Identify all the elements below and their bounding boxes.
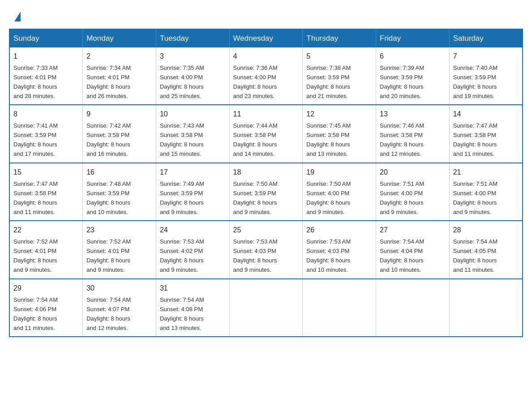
day-number: 15 bbox=[13, 167, 79, 178]
day-info: Sunrise: 7:53 AMSunset: 4:03 PMDaylight:… bbox=[233, 238, 278, 273]
day-info: Sunrise: 7:47 AMSunset: 3:58 PMDaylight:… bbox=[13, 180, 58, 215]
calendar-cell: 21Sunrise: 7:51 AMSunset: 4:00 PMDayligh… bbox=[449, 163, 523, 221]
calendar-cell: 4Sunrise: 7:36 AMSunset: 4:00 PMDaylight… bbox=[229, 47, 303, 105]
day-of-week-header: Wednesday bbox=[229, 29, 303, 47]
day-info: Sunrise: 7:44 AMSunset: 3:58 PMDaylight:… bbox=[233, 122, 278, 157]
day-info: Sunrise: 7:38 AMSunset: 3:59 PMDaylight:… bbox=[306, 64, 351, 99]
calendar-week-row: 8Sunrise: 7:41 AMSunset: 3:59 PMDaylight… bbox=[9, 105, 523, 163]
calendar-cell: 13Sunrise: 7:46 AMSunset: 3:58 PMDayligh… bbox=[376, 105, 450, 163]
day-number: 31 bbox=[160, 283, 226, 294]
day-info: Sunrise: 7:54 AMSunset: 4:07 PMDaylight:… bbox=[86, 296, 131, 331]
day-number: 8 bbox=[13, 109, 79, 120]
day-info: Sunrise: 7:43 AMSunset: 3:58 PMDaylight:… bbox=[160, 122, 204, 157]
day-number: 24 bbox=[160, 225, 226, 236]
calendar-cell: 5Sunrise: 7:38 AMSunset: 3:59 PMDaylight… bbox=[303, 47, 376, 105]
day-of-week-header: Monday bbox=[83, 29, 156, 47]
day-number: 18 bbox=[233, 167, 299, 178]
day-info: Sunrise: 7:48 AMSunset: 3:59 PMDaylight:… bbox=[86, 180, 131, 215]
day-number: 22 bbox=[13, 225, 79, 236]
day-number: 11 bbox=[233, 109, 299, 120]
calendar-cell bbox=[229, 279, 303, 337]
page-header bbox=[9, 9, 523, 21]
calendar-cell: 17Sunrise: 7:49 AMSunset: 3:59 PMDayligh… bbox=[156, 163, 229, 221]
day-number: 29 bbox=[13, 283, 79, 294]
day-number: 13 bbox=[380, 109, 446, 120]
day-number: 4 bbox=[233, 51, 299, 62]
calendar-cell bbox=[303, 279, 376, 337]
calendar-cell: 18Sunrise: 7:50 AMSunset: 3:59 PMDayligh… bbox=[229, 163, 303, 221]
calendar-table: SundayMondayTuesdayWednesdayThursdayFrid… bbox=[9, 29, 523, 337]
day-info: Sunrise: 7:54 AMSunset: 4:05 PMDaylight:… bbox=[453, 238, 498, 273]
day-number: 10 bbox=[160, 109, 226, 120]
day-number: 23 bbox=[86, 225, 152, 236]
day-number: 25 bbox=[233, 225, 299, 236]
day-number: 12 bbox=[306, 109, 372, 120]
calendar-cell: 11Sunrise: 7:44 AMSunset: 3:58 PMDayligh… bbox=[229, 105, 303, 163]
day-info: Sunrise: 7:34 AMSunset: 4:01 PMDaylight:… bbox=[86, 64, 131, 99]
day-info: Sunrise: 7:47 AMSunset: 3:58 PMDaylight:… bbox=[453, 122, 498, 157]
calendar-cell: 25Sunrise: 7:53 AMSunset: 4:03 PMDayligh… bbox=[229, 221, 303, 278]
logo bbox=[13, 13, 21, 21]
day-number: 2 bbox=[86, 51, 152, 62]
day-info: Sunrise: 7:49 AMSunset: 3:59 PMDaylight:… bbox=[160, 180, 204, 215]
calendar-cell bbox=[449, 279, 523, 337]
calendar-cell: 29Sunrise: 7:54 AMSunset: 4:06 PMDayligh… bbox=[9, 279, 83, 337]
calendar-cell: 10Sunrise: 7:43 AMSunset: 3:58 PMDayligh… bbox=[156, 105, 229, 163]
day-number: 26 bbox=[306, 225, 372, 236]
day-info: Sunrise: 7:51 AMSunset: 4:00 PMDaylight:… bbox=[453, 180, 498, 215]
day-info: Sunrise: 7:39 AMSunset: 3:59 PMDaylight:… bbox=[380, 64, 424, 99]
day-number: 28 bbox=[453, 225, 519, 236]
calendar-week-row: 29Sunrise: 7:54 AMSunset: 4:06 PMDayligh… bbox=[9, 279, 523, 337]
calendar-cell: 23Sunrise: 7:52 AMSunset: 4:01 PMDayligh… bbox=[83, 221, 156, 278]
day-info: Sunrise: 7:33 AMSunset: 4:01 PMDaylight:… bbox=[13, 64, 58, 99]
calendar-cell: 16Sunrise: 7:48 AMSunset: 3:59 PMDayligh… bbox=[83, 163, 156, 221]
calendar-week-row: 1Sunrise: 7:33 AMSunset: 4:01 PMDaylight… bbox=[9, 47, 523, 105]
day-of-week-header: Sunday bbox=[9, 29, 83, 47]
day-of-week-header: Saturday bbox=[449, 29, 523, 47]
day-info: Sunrise: 7:45 AMSunset: 3:58 PMDaylight:… bbox=[306, 122, 351, 157]
day-number: 20 bbox=[380, 167, 446, 178]
calendar-cell: 9Sunrise: 7:42 AMSunset: 3:58 PMDaylight… bbox=[83, 105, 156, 163]
day-number: 16 bbox=[86, 167, 152, 178]
day-number: 30 bbox=[86, 283, 152, 294]
day-number: 6 bbox=[380, 51, 446, 62]
day-info: Sunrise: 7:54 AMSunset: 4:06 PMDaylight:… bbox=[13, 296, 58, 331]
day-number: 21 bbox=[453, 167, 519, 178]
day-info: Sunrise: 7:54 AMSunset: 4:04 PMDaylight:… bbox=[380, 238, 424, 273]
day-info: Sunrise: 7:50 AMSunset: 3:59 PMDaylight:… bbox=[233, 180, 278, 215]
calendar-cell: 20Sunrise: 7:51 AMSunset: 4:00 PMDayligh… bbox=[376, 163, 450, 221]
day-number: 9 bbox=[86, 109, 152, 120]
calendar-cell: 6Sunrise: 7:39 AMSunset: 3:59 PMDaylight… bbox=[376, 47, 450, 105]
day-number: 7 bbox=[453, 51, 519, 62]
calendar-cell: 19Sunrise: 7:50 AMSunset: 4:00 PMDayligh… bbox=[303, 163, 376, 221]
day-info: Sunrise: 7:36 AMSunset: 4:00 PMDaylight:… bbox=[233, 64, 278, 99]
calendar-cell: 24Sunrise: 7:53 AMSunset: 4:02 PMDayligh… bbox=[156, 221, 229, 278]
day-number: 5 bbox=[306, 51, 372, 62]
calendar-cell: 26Sunrise: 7:53 AMSunset: 4:03 PMDayligh… bbox=[303, 221, 376, 278]
day-info: Sunrise: 7:42 AMSunset: 3:58 PMDaylight:… bbox=[86, 122, 131, 157]
day-info: Sunrise: 7:40 AMSunset: 3:59 PMDaylight:… bbox=[453, 64, 498, 99]
day-info: Sunrise: 7:41 AMSunset: 3:59 PMDaylight:… bbox=[13, 122, 58, 157]
day-info: Sunrise: 7:35 AMSunset: 4:00 PMDaylight:… bbox=[160, 64, 204, 99]
calendar-week-row: 22Sunrise: 7:52 AMSunset: 4:01 PMDayligh… bbox=[9, 221, 523, 278]
day-number: 1 bbox=[13, 51, 79, 62]
calendar-cell: 1Sunrise: 7:33 AMSunset: 4:01 PMDaylight… bbox=[9, 47, 83, 105]
calendar-cell: 8Sunrise: 7:41 AMSunset: 3:59 PMDaylight… bbox=[9, 105, 83, 163]
logo-triangle-icon bbox=[14, 12, 21, 21]
day-info: Sunrise: 7:53 AMSunset: 4:03 PMDaylight:… bbox=[306, 238, 351, 273]
calendar-cell: 28Sunrise: 7:54 AMSunset: 4:05 PMDayligh… bbox=[449, 221, 523, 278]
day-info: Sunrise: 7:53 AMSunset: 4:02 PMDaylight:… bbox=[160, 238, 204, 273]
calendar-cell: 12Sunrise: 7:45 AMSunset: 3:58 PMDayligh… bbox=[303, 105, 376, 163]
day-of-week-header: Thursday bbox=[303, 29, 376, 47]
day-info: Sunrise: 7:54 AMSunset: 4:08 PMDaylight:… bbox=[160, 296, 204, 331]
calendar-week-row: 15Sunrise: 7:47 AMSunset: 3:58 PMDayligh… bbox=[9, 163, 523, 221]
day-info: Sunrise: 7:50 AMSunset: 4:00 PMDaylight:… bbox=[306, 180, 351, 215]
calendar-cell: 22Sunrise: 7:52 AMSunset: 4:01 PMDayligh… bbox=[9, 221, 83, 278]
day-info: Sunrise: 7:52 AMSunset: 4:01 PMDaylight:… bbox=[86, 238, 131, 273]
day-number: 3 bbox=[160, 51, 226, 62]
calendar-cell: 14Sunrise: 7:47 AMSunset: 3:58 PMDayligh… bbox=[449, 105, 523, 163]
calendar-cell: 15Sunrise: 7:47 AMSunset: 3:58 PMDayligh… bbox=[9, 163, 83, 221]
calendar-cell: 27Sunrise: 7:54 AMSunset: 4:04 PMDayligh… bbox=[376, 221, 450, 278]
day-of-week-header: Tuesday bbox=[156, 29, 229, 47]
day-info: Sunrise: 7:46 AMSunset: 3:58 PMDaylight:… bbox=[380, 122, 424, 157]
